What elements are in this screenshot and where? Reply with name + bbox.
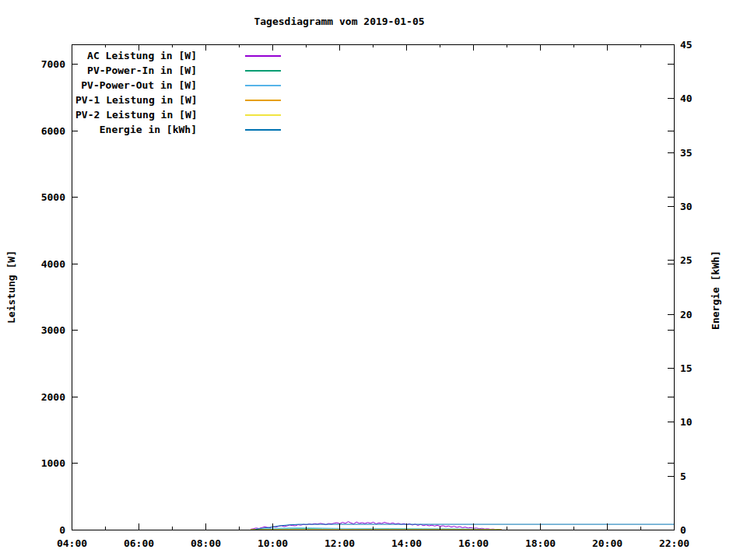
- y1-tick-label: 5000: [41, 191, 65, 203]
- plot-border: [72, 45, 675, 530]
- y1-tick-label: 7000: [41, 58, 65, 70]
- y2-tick-label: 10: [680, 416, 693, 428]
- x-tick-label: 10:00: [258, 537, 288, 549]
- chart-canvas: Tagesdiagramm vom 2019-01-05 Leistung [W…: [0, 0, 747, 560]
- x-tick-label: 06:00: [124, 537, 154, 549]
- y1-tick-label: 6000: [41, 125, 65, 137]
- y2-tick-label: 0: [680, 524, 686, 536]
- y2-tick-label: 5: [680, 471, 686, 482]
- x-tick-label: 04:00: [57, 537, 87, 549]
- y2-tick-label: 30: [680, 201, 693, 212]
- plot-area: 04:0006:0008:0010:0012:0014:0016:0018:00…: [0, 0, 747, 560]
- y1-tick-label: 0: [59, 524, 65, 536]
- x-tick-label: 08:00: [191, 537, 221, 549]
- y1-tick-label: 3000: [41, 324, 65, 336]
- x-tick-label: 18:00: [525, 537, 556, 549]
- y2-tick-label: 45: [680, 39, 693, 51]
- x-tick-label: 16:00: [458, 537, 489, 549]
- y2-tick-label: 40: [680, 93, 693, 104]
- x-tick-label: 12:00: [324, 537, 355, 549]
- y1-tick-label: 2000: [41, 391, 65, 403]
- y2-tick-label: 15: [680, 362, 693, 374]
- y1-tick-label: 4000: [41, 258, 65, 270]
- x-tick-label: 22:00: [659, 537, 689, 549]
- y2-tick-label: 25: [680, 254, 693, 266]
- y1-tick-label: 1000: [41, 457, 65, 469]
- x-tick-label: 20:00: [592, 537, 622, 549]
- y2-tick-label: 20: [680, 309, 693, 320]
- x-tick-label: 14:00: [391, 537, 422, 549]
- y2-tick-label: 35: [680, 147, 693, 159]
